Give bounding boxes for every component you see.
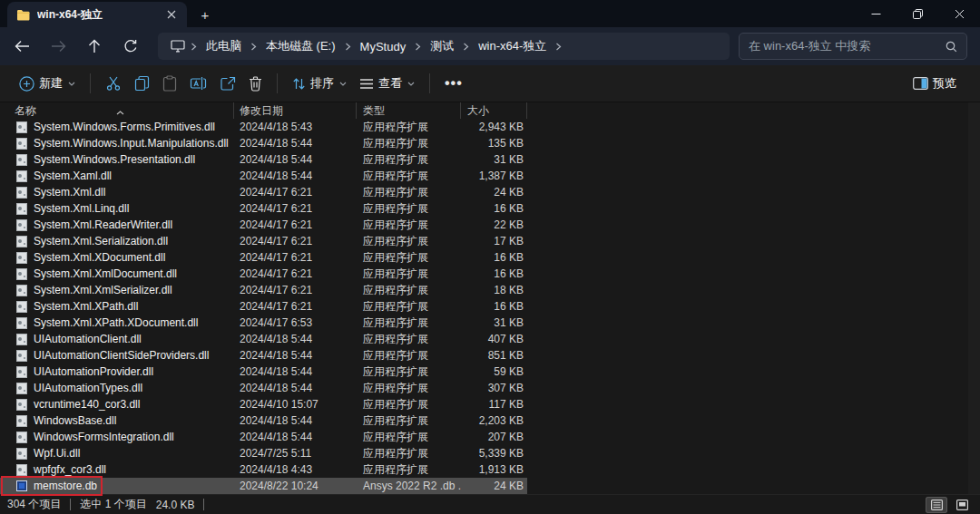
- table-row[interactable]: UIAutomationProvider.dll 2024/4/18 5:44 …: [0, 364, 527, 380]
- dll-file-icon: [16, 285, 27, 296]
- cut-button[interactable]: [99, 69, 128, 98]
- tab-close-icon[interactable]: [163, 6, 180, 23]
- file-name: System.Xaml.dll: [34, 170, 112, 182]
- table-row[interactable]: UIAutomationClientSideProviders.dll 2024…: [0, 347, 527, 364]
- sort-ascending-icon: [116, 102, 124, 119]
- search-input[interactable]: 在 win-x64-独立 中搜索: [739, 33, 967, 60]
- chevron-right-icon: [554, 43, 564, 51]
- file-size: 18 KB: [461, 284, 527, 296]
- table-row[interactable]: vcruntime140_cor3.dll 2024/4/10 15:07 应用…: [0, 396, 527, 412]
- file-name: System.Xml.Serialization.dll: [34, 235, 168, 247]
- table-row[interactable]: UIAutomationClient.dll 2024/4/18 5:44 应用…: [0, 331, 527, 347]
- header-size[interactable]: 大小: [461, 102, 527, 119]
- share-button[interactable]: [213, 69, 242, 98]
- dll-file-icon: [16, 138, 27, 150]
- dll-file-icon: [16, 317, 27, 329]
- file-name: UIAutomationClient.dll: [34, 333, 142, 345]
- dll-file-icon: [16, 448, 27, 460]
- dll-file-icon: [16, 252, 27, 264]
- dll-file-icon: [16, 464, 27, 476]
- header-date-modified[interactable]: 修改日期: [234, 102, 357, 119]
- table-row[interactable]: System.Xml.XDocument.dll 2024/4/17 6:21 …: [0, 249, 527, 266]
- table-row[interactable]: WindowsBase.dll 2024/4/18 5:44 应用程序扩展 2,…: [0, 412, 527, 429]
- breadcrumb-item-test[interactable]: 测试: [423, 38, 461, 54]
- chevron-right-icon: [249, 43, 259, 51]
- forward-button[interactable]: [49, 37, 67, 55]
- breadcrumb-item-mystudy[interactable]: MyStudy: [353, 40, 414, 53]
- table-row[interactable]: Wpf.Ui.dll 2024/7/25 5:11 应用程序扩展 5,339 K…: [0, 445, 527, 461]
- dll-file-icon: [16, 334, 27, 345]
- restore-button[interactable]: [897, 0, 938, 27]
- back-button[interactable]: [13, 37, 31, 55]
- breadcrumb-item-win-x64[interactable]: win-x64-独立: [471, 38, 554, 54]
- file-name: System.Xml.ReaderWriter.dll: [34, 218, 172, 231]
- file-name: WindowsFormsIntegration.dll: [34, 431, 174, 443]
- table-row[interactable]: System.Windows.Forms.Primitives.dll 2024…: [0, 119, 527, 135]
- dll-file-icon: [16, 170, 27, 182]
- file-type: 应用程序扩展: [357, 218, 461, 233]
- file-name: UIAutomationProvider.dll: [34, 365, 153, 378]
- header-name[interactable]: 名称: [15, 102, 234, 119]
- table-row[interactable]: System.Xml.XmlDocument.dll 2024/4/17 6:2…: [0, 266, 527, 282]
- file-type: Ansys 2022 R2 .db ...: [357, 480, 461, 492]
- scrollbar[interactable]: [968, 102, 980, 494]
- file-size: 407 KB: [461, 333, 527, 345]
- file-date-modified: 2024/4/18 5:44: [234, 170, 357, 182]
- file-area: 名称 修改日期 类型 大小 System.Windows.Forms.Primi…: [0, 102, 980, 494]
- search-placeholder: 在 win-x64-独立 中搜索: [749, 38, 946, 54]
- file-list: System.Windows.Forms.Primitives.dll 2024…: [0, 119, 527, 494]
- table-row[interactable]: memstore.db 2024/8/22 10:24 Ansys 2022 R…: [0, 478, 527, 494]
- status-bar: 304 个项目 选中 1 个项目 24.0 KB: [0, 494, 980, 514]
- rename-button[interactable]: [183, 69, 213, 98]
- file-name: wpfgfx_cor3.dll: [34, 463, 106, 476]
- file-type: 应用程序扩展: [357, 169, 461, 184]
- details-view-button[interactable]: [926, 497, 947, 513]
- header-type[interactable]: 类型: [357, 102, 461, 119]
- table-row[interactable]: UIAutomationTypes.dll 2024/4/18 5:44 应用程…: [0, 380, 527, 396]
- table-row[interactable]: System.Xml.XPath.dll 2024/4/17 6:21 应用程序…: [0, 298, 527, 315]
- view-button[interactable]: 查看: [353, 69, 421, 98]
- table-row[interactable]: System.Windows.Input.Manipulations.dll 2…: [0, 135, 527, 151]
- explorer-tab[interactable]: win-x64-独立: [7, 2, 187, 27]
- breadcrumb[interactable]: 此电脑 本地磁盘 (E:) MyStudy 测试 win-x64-独立: [158, 33, 730, 60]
- new-button[interactable]: 新建: [13, 69, 82, 98]
- file-date-modified: 2024/4/17 6:21: [234, 202, 357, 215]
- close-button[interactable]: [938, 0, 980, 27]
- breadcrumb-item-drive-e[interactable]: 本地磁盘 (E:): [259, 38, 343, 54]
- file-name: System.Xml.XDocument.dll: [34, 251, 165, 264]
- more-options-button[interactable]: •••: [438, 69, 469, 98]
- selection-size: 24.0 KB: [156, 499, 195, 511]
- up-button[interactable]: [85, 37, 103, 55]
- table-row[interactable]: System.Windows.Presentation.dll 2024/4/1…: [0, 151, 527, 168]
- dll-file-icon: [16, 350, 27, 362]
- file-name: vcruntime140_cor3.dll: [34, 398, 140, 411]
- search-icon[interactable]: [946, 41, 957, 53]
- file-type: 应用程序扩展: [357, 201, 461, 217]
- table-row[interactable]: System.Xml.XmlSerializer.dll 2024/4/17 6…: [0, 282, 527, 298]
- table-row[interactable]: System.Xml.dll 2024/4/17 6:21 应用程序扩展 24 …: [0, 184, 527, 200]
- table-row[interactable]: System.Xaml.dll 2024/4/18 5:44 应用程序扩展 1,…: [0, 168, 527, 184]
- copy-button[interactable]: [128, 69, 156, 98]
- delete-button[interactable]: [242, 69, 269, 98]
- sort-button[interactable]: 排序: [286, 69, 353, 98]
- refresh-button[interactable]: [122, 37, 140, 55]
- table-row[interactable]: System.Xml.Serialization.dll 2024/4/17 6…: [0, 233, 527, 249]
- table-row[interactable]: System.Xml.Linq.dll 2024/4/17 6:21 应用程序扩…: [0, 200, 527, 217]
- sort-arrows-icon: [292, 77, 306, 91]
- preview-button[interactable]: 预览: [906, 69, 967, 98]
- table-row[interactable]: WindowsFormsIntegration.dll 2024/4/18 5:…: [0, 429, 527, 445]
- table-row[interactable]: wpfgfx_cor3.dll 2024/4/18 4:43 应用程序扩展 1,…: [0, 461, 527, 478]
- breadcrumb-item-this-pc[interactable]: 此电脑: [199, 38, 249, 54]
- minimize-button[interactable]: [855, 0, 897, 27]
- new-label: 新建: [39, 75, 63, 92]
- table-row[interactable]: System.Xml.XPath.XDocument.dll 2024/4/17…: [0, 315, 527, 331]
- thumbnail-view-button[interactable]: [951, 497, 973, 513]
- file-date-modified: 2024/4/17 6:21: [234, 186, 357, 199]
- this-pc-icon[interactable]: [163, 40, 189, 53]
- new-tab-button[interactable]: +: [192, 2, 218, 27]
- file-type: 应用程序扩展: [357, 446, 461, 461]
- more-dots-icon: •••: [445, 75, 463, 92]
- table-row[interactable]: System.Xml.ReaderWriter.dll 2024/4/17 6:…: [0, 217, 527, 233]
- paste-button[interactable]: [156, 69, 183, 98]
- file-date-modified: 2024/4/18 5:43: [234, 121, 357, 133]
